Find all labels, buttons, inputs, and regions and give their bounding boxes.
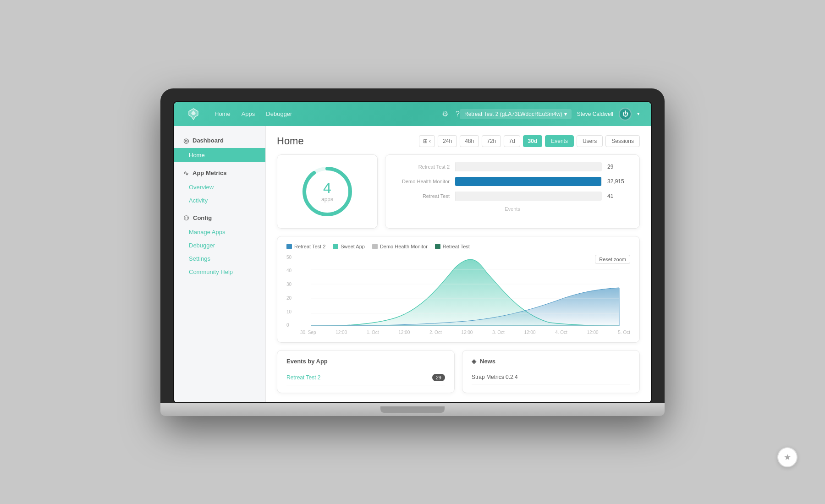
time-btn-72h[interactable]: 72h	[482, 135, 501, 147]
user-menu-arrow[interactable]: ▾	[637, 111, 640, 117]
chart-area: Reset zoom 50403020100	[286, 255, 630, 328]
main-layout: ◎ Dashboard Home ∿ App Metrics Overview …	[174, 126, 651, 402]
time-btn-7d[interactable]: 7d	[504, 135, 520, 147]
legend-dot	[435, 244, 440, 249]
bar-track	[455, 192, 602, 201]
x-label: 12:00	[461, 330, 473, 335]
circle-text: 4 apps	[321, 181, 333, 203]
help-icon[interactable]: ?	[456, 110, 460, 118]
legend-dot	[286, 244, 292, 249]
nav-home[interactable]: Home	[214, 110, 231, 117]
bar-fill	[455, 177, 601, 186]
reset-zoom-button[interactable]: Reset zoom	[595, 255, 630, 264]
line-chart-card: Retreat Test 2 Sweet App Demo Health Mon…	[277, 236, 640, 343]
bar-value: 32,915	[607, 178, 630, 185]
sidebar-item-manage-apps[interactable]: Manage Apps	[174, 225, 265, 239]
sidebar-item-activity[interactable]: Activity	[174, 194, 265, 207]
x-label: 30. Sep	[300, 330, 316, 335]
time-btn-30d[interactable]: 30d	[523, 135, 543, 147]
top-row: 4 apps Retreat Test 2 29 Demo Health Mon…	[277, 154, 640, 229]
y-label: 20	[286, 296, 292, 301]
legend-label: Retreat Test	[443, 244, 470, 249]
apps-circle-card: 4 apps	[277, 154, 378, 229]
x-label: 12:00	[336, 330, 347, 335]
sidebar-item-home[interactable]: Home	[174, 148, 265, 162]
header-controls: ⊞ ‹ 24h 48h 72h 7d 30d Events Users Sess…	[419, 135, 640, 147]
y-label: 40	[286, 268, 292, 273]
legend-item: Demo Health Monitor	[372, 244, 428, 249]
bar-value: 41	[607, 193, 630, 199]
news-item: Strap Metrics 0.2.4	[472, 370, 630, 384]
topnav-right: Retreat Test 2 (gLA73LWdqcREuSm4w) ▾ Ste…	[460, 108, 640, 121]
sidebar-dashboard-title: ◎ Dashboard	[174, 133, 265, 148]
topnav-icons: ⚙ ?	[442, 110, 460, 118]
bar-row: Demo Health Monitor 32,915	[395, 177, 630, 186]
bar-value: 29	[607, 164, 630, 170]
nav-debugger[interactable]: Debugger	[266, 110, 292, 117]
chevron-down-icon: ▾	[564, 111, 567, 117]
legend-label: Demo Health Monitor	[380, 244, 428, 249]
config-icon: ⚇	[183, 214, 189, 222]
bar-label: Demo Health Monitor	[395, 179, 450, 184]
power-button[interactable]: ⏻	[619, 108, 632, 121]
settings-icon[interactable]: ⚙	[442, 110, 448, 118]
bottom-row: Events by App Retreat Test 2 29 ◈ News S…	[277, 350, 640, 393]
view-btn-events[interactable]: Events	[545, 135, 574, 147]
events-by-app-card: Events by App Retreat Test 2 29	[277, 350, 455, 393]
legend-dot	[333, 244, 338, 249]
view-btn-sessions[interactable]: Sessions	[605, 135, 640, 147]
x-label: 5. Oct	[618, 330, 630, 335]
star-icon: ★	[784, 452, 791, 462]
config-label: Config	[193, 214, 212, 221]
legend-item: Sweet App	[333, 244, 365, 249]
topnav-links: Home Apps Debugger	[214, 110, 442, 117]
floating-feedback-button[interactable]: ★	[777, 447, 798, 467]
apps-label: apps	[321, 196, 333, 203]
nav-apps[interactable]: Apps	[242, 110, 255, 117]
x-label: 12:00	[524, 330, 535, 335]
bar-row: Retreat Test 41	[395, 192, 630, 201]
time-nav-prev[interactable]: ⊞ ‹	[419, 135, 435, 147]
y-label: 50	[286, 255, 292, 260]
laptop-base	[160, 403, 665, 416]
bar-track	[455, 162, 602, 171]
sidebar-item-community-help[interactable]: Community Help	[174, 265, 265, 279]
sidebar-item-settings[interactable]: Settings	[174, 252, 265, 265]
sidebar: ◎ Dashboard Home ∿ App Metrics Overview …	[174, 126, 266, 402]
page-header: Home ⊞ ‹ 24h 48h 72h 7d 30d Events Users…	[277, 135, 640, 147]
legend-label: Sweet App	[341, 244, 365, 249]
legend-dot	[372, 244, 378, 249]
dashboard-label: Dashboard	[192, 137, 224, 144]
metrics-icon: ∿	[183, 170, 189, 177]
x-label: 1. Oct	[367, 330, 379, 335]
sidebar-metrics-title: ∿ App Metrics	[174, 166, 265, 181]
app-name: Retreat Test 2	[286, 374, 320, 381]
logo-icon	[185, 106, 202, 122]
sidebar-item-debugger[interactable]: Debugger	[174, 239, 265, 252]
bar-row: Retreat Test 2 29	[395, 162, 630, 171]
app-count-badge: 29	[432, 374, 445, 381]
time-btn-24h[interactable]: 24h	[438, 135, 457, 147]
y-label: 0	[286, 323, 292, 328]
news-title: ◈ News	[472, 358, 630, 365]
view-btn-users[interactable]: Users	[577, 135, 603, 147]
y-label: 10	[286, 309, 292, 314]
bar-label: Retreat Test 2	[395, 164, 450, 170]
sidebar-item-overview[interactable]: Overview	[174, 181, 265, 194]
main-content: Home ⊞ ‹ 24h 48h 72h 7d 30d Events Users…	[266, 126, 651, 402]
chart-legend: Retreat Test 2 Sweet App Demo Health Mon…	[286, 244, 630, 249]
laptop-notch	[380, 406, 445, 413]
legend-item: Retreat Test 2	[286, 244, 325, 249]
app-metrics-label: App Metrics	[192, 170, 226, 176]
sidebar-config-section: ⚇ Config Manage Apps Debugger Settings C…	[174, 211, 265, 279]
sidebar-dashboard-section: ◎ Dashboard Home	[174, 133, 265, 162]
time-btn-48h[interactable]: 48h	[460, 135, 479, 147]
legend-item: Retreat Test	[435, 244, 470, 249]
x-label: 12:00	[398, 330, 410, 335]
user-name: Steve Caldwell	[577, 111, 613, 117]
topnav: Home Apps Debugger ⚙ ? Retreat Test 2 (g…	[174, 102, 651, 126]
workspace-selector[interactable]: Retreat Test 2 (gLA73LWdqcREuSm4w) ▾	[460, 109, 572, 119]
bar-label: Retreat Test	[395, 193, 450, 199]
workspace-name: Retreat Test 2 (gLA73LWdqcREuSm4w)	[464, 111, 562, 117]
sidebar-metrics-section: ∿ App Metrics Overview Activity	[174, 166, 265, 207]
